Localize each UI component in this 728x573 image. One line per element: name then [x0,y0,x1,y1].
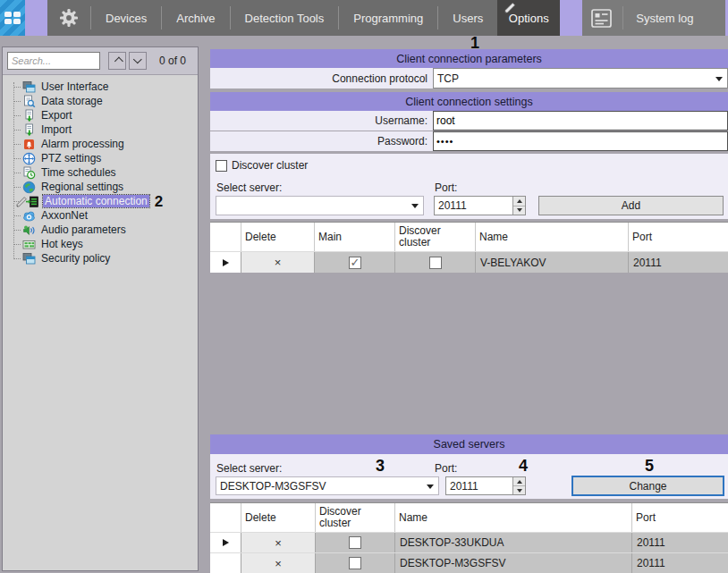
menu-item-system-log[interactable]: System log [623,0,706,36]
saved-servers-table-header: Delete Discover cluster Name Port [210,503,728,532]
tree-item-label: User Interface [39,80,110,93]
port-value[interactable]: 20111 [435,197,512,215]
tree-item-security-policy[interactable]: Security policy [3,251,198,265]
select-server-dropdown[interactable] [216,196,424,215]
connection-protocol-dropdown[interactable]: TCP [433,68,728,88]
tree-item-export[interactable]: Export [3,108,198,122]
menu-item-programming[interactable]: Programming [339,0,437,36]
tree-item-automatic-connection-selected[interactable]: Automatic connection 2 [3,194,198,208]
tree-item-audio-parameters[interactable]: Audio parameters [3,223,198,237]
system-log-group: System log [582,0,725,36]
select-server-label: Select server: [216,462,282,475]
settings-tree: User Interface Data storage Export Impor… [3,75,198,265]
tree-search-bar: 0 of 0 [3,47,198,75]
settings-tree-panel: 0 of 0 User Interface Data storage Expor… [2,46,199,571]
port-spinner: 20111 [434,196,526,215]
username-field[interactable] [433,111,728,131]
server-port-cell: 20111 [629,252,728,273]
alarm-icon [21,138,36,151]
tree-item-import[interactable]: Import [3,122,198,137]
discover-cluster-checkbox[interactable] [216,160,227,172]
password-field[interactable] [433,131,728,151]
spinner-buttons [512,477,525,494]
tree-item-axxonnet[interactable]: AxxonNet [3,208,198,223]
table-row: × DESKTOP-33UKDUA 20111 [210,532,728,552]
server-port-cell: 20111 [632,553,728,573]
pencil-icon [504,2,516,16]
menu-item-devices[interactable]: Devices [91,0,161,36]
spinner-buttons [512,197,525,215]
search-previous-button[interactable] [108,52,126,70]
saved-server-value: DESKTOP-M3GSFSV [220,480,326,493]
tree-item-time-schedules[interactable]: Time schedules [3,165,198,180]
search-input[interactable] [7,52,100,70]
tree-item-data-storage[interactable]: Data storage [3,94,198,108]
change-button[interactable]: Change [571,476,724,496]
row-selector-cell[interactable] [210,533,241,552]
column-header-delete: Delete [241,503,316,532]
menu-item-detection-tools[interactable]: Detection Tools [231,0,339,36]
search-next-button[interactable] [129,52,147,70]
tree-item-label: PTZ settings [39,152,103,164]
menu-item-archive[interactable]: Archive [162,0,229,36]
server-port-cell: 20111 [632,533,728,552]
row-selector-icon [223,539,229,546]
row-selector-cell[interactable] [210,553,241,573]
column-header-port: Port [629,223,728,251]
globe-icon [21,181,36,194]
saved-server-dropdown[interactable]: DESKTOP-M3GSFSV [216,476,439,495]
tree-item-label: Data storage [39,95,105,107]
topbar-purple-gap [560,0,582,36]
spinner-up-button[interactable] [513,197,525,206]
search-result-count: 0 of 0 [159,55,186,67]
spinner-up-icon [517,480,522,484]
menu-area: Devices Archive Detection Tools Programm… [47,0,497,36]
password-row: Password: [210,131,728,151]
add-button[interactable]: Add [538,196,724,215]
server-name-cell: V-BELYAKOV [476,252,629,273]
tree-item-regional-settings[interactable]: Regional settings [3,180,198,194]
callout-number-4: 4 [519,458,528,474]
section-header-label: Saved servers [434,438,505,451]
dropdown-arrow-icon [715,77,723,81]
saved-port-value[interactable]: 20111 [446,477,512,494]
report-list-icon [582,9,622,28]
tree-item-label: Time schedules [39,166,118,179]
saved-port-spinner: 20111 [445,476,526,495]
saved-servers-table: Delete Discover cluster Name Port × DESK… [210,502,728,573]
port-label: Port: [435,462,457,475]
callout-number-1: 1 [470,35,479,51]
tree-item-label: Hot keys [39,238,85,250]
delete-row-button[interactable]: × [241,533,316,552]
username-row: Username: [210,111,728,131]
callout-number-2: 2 [155,194,163,209]
main-checkbox[interactable] [349,257,361,269]
table-row: × DESKTOP-M3GSFSV 20111 [210,552,728,573]
discover-cluster-cell [395,252,476,273]
tree-item-alarm-processing[interactable]: Alarm processing [3,137,198,151]
delete-row-button[interactable]: × [241,553,316,573]
spinner-down-button[interactable] [513,485,525,494]
app-menu-button[interactable] [0,0,25,36]
discover-cluster-checkbox[interactable] [429,257,442,269]
discover-cluster-option[interactable]: Discover cluster [216,159,308,172]
column-header-port: Port [632,503,728,532]
spinner-up-icon [517,199,522,203]
discover-cluster-checkbox[interactable] [349,557,361,569]
tree-item-user-interface[interactable]: User Interface [3,80,198,94]
menu-item-users[interactable]: Users [438,0,497,36]
password-label: Password: [210,131,433,151]
empty-panel-area [210,273,728,434]
spinner-down-button[interactable] [513,206,525,215]
spinner-up-button[interactable] [513,477,525,485]
tree-item-ptz-settings[interactable]: PTZ settings [3,151,198,165]
discover-cluster-checkbox[interactable] [349,536,361,549]
table-row: × V-BELYAKOV 20111 [210,251,728,273]
spinner-down-icon [517,489,522,493]
delete-x-icon: × [275,256,282,269]
menu-item-options-active[interactable]: Options [497,0,560,36]
tree-item-label: AxxonNet [39,209,89,222]
tree-item-hot-keys[interactable]: Hot keys [3,237,198,251]
delete-row-button[interactable]: × [241,252,315,273]
row-selector-cell[interactable] [210,252,241,273]
